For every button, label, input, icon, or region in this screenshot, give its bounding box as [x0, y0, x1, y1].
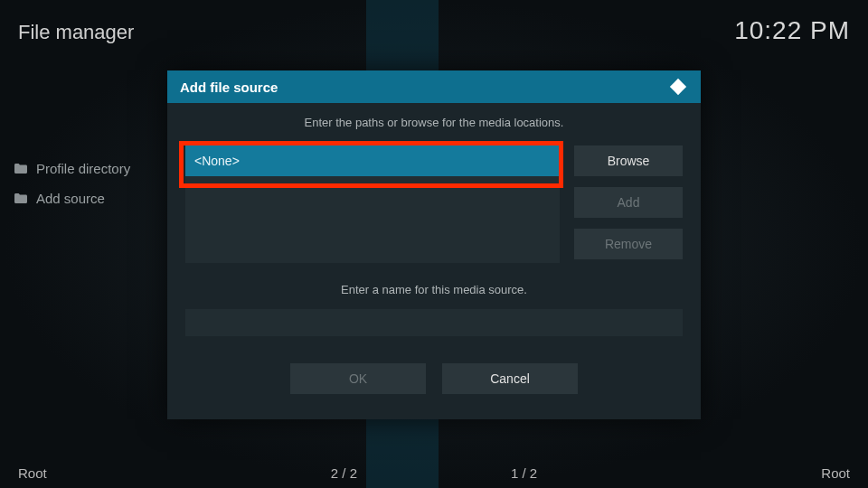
sidebar-item-label: Add source [36, 191, 105, 206]
add-file-source-dialog: Add file source Enter the paths or brows… [167, 70, 701, 419]
footer-counts: 2 / 2 1 / 2 [331, 465, 537, 481]
ok-button[interactable]: OK [290, 363, 426, 394]
footer-left-root: Root [18, 465, 47, 481]
name-section: Enter a name for this media source. [185, 283, 683, 336]
dialog-instruction: Enter the paths or browse for the media … [185, 116, 683, 129]
name-instruction: Enter a name for this media source. [185, 283, 683, 296]
paths-section: <None> Browse Add Remove [185, 145, 683, 263]
left-panel: Profile directory Add source [14, 154, 130, 213]
footer-left-count: 2 / 2 [331, 465, 357, 481]
dialog-actions: OK Cancel [185, 363, 683, 394]
browse-button[interactable]: Browse [574, 145, 683, 176]
footer-right-root: Root [821, 465, 850, 481]
dialog-body: Enter the paths or browse for the media … [167, 103, 701, 419]
sidebar-item-add-source[interactable]: Add source [14, 183, 130, 213]
path-input[interactable]: <None> [185, 145, 560, 176]
footer-bar: Root 2 / 2 1 / 2 Root [18, 465, 850, 481]
page-title: File manager [18, 21, 134, 44]
folder-icon [14, 164, 27, 174]
paths-list[interactable]: <None> [185, 145, 560, 263]
dialog-title-text: Add file source [180, 80, 278, 95]
clock: 10:22 PM [734, 16, 850, 45]
kodi-logo-icon [668, 77, 688, 97]
folder-icon [14, 193, 27, 203]
source-name-input[interactable] [185, 309, 683, 336]
footer-right-count: 1 / 2 [511, 465, 537, 481]
cancel-button[interactable]: Cancel [442, 363, 578, 394]
dialog-titlebar: Add file source [167, 70, 701, 103]
add-button[interactable]: Add [574, 187, 683, 218]
header-bar: File manager 10:22 PM [18, 16, 850, 45]
sidebar-item-profile-directory[interactable]: Profile directory [14, 154, 130, 183]
path-buttons: Browse Add Remove [574, 145, 683, 263]
remove-button[interactable]: Remove [574, 229, 683, 259]
sidebar-item-label: Profile directory [36, 161, 130, 176]
